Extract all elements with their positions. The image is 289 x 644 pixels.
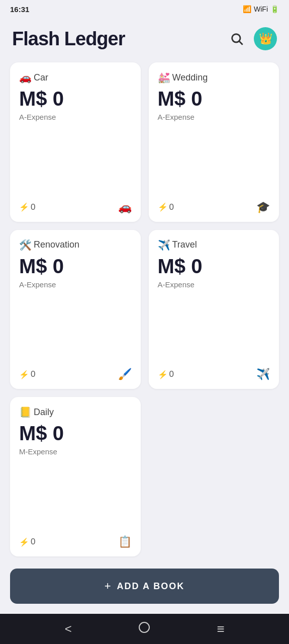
- wedding-footer-icon: 🎓: [256, 201, 270, 214]
- wedding-type: A-Expense: [158, 113, 270, 121]
- travel-footer-icon: ✈️: [256, 368, 270, 381]
- add-book-label: ADD A BOOK: [117, 581, 185, 592]
- wedding-footer: ⚡ 0 🎓: [158, 197, 270, 214]
- wifi-icon: WiFi: [254, 5, 268, 13]
- svg-point-0: [232, 34, 240, 42]
- daily-title: Daily: [34, 407, 54, 418]
- menu-button[interactable]: ≡: [208, 616, 233, 641]
- renovation-type: A-Expense: [19, 280, 132, 289]
- renovation-title: Renovation: [34, 239, 79, 250]
- wedding-emoji: 💒: [158, 71, 170, 84]
- wedding-amount: M$ 0: [158, 88, 270, 110]
- car-amount: M$ 0: [19, 88, 132, 110]
- card-travel[interactable]: ✈️ Travel M$ 0 A-Expense ⚡ 0 ✈️: [149, 230, 279, 389]
- flash-icon-travel: ⚡: [158, 370, 168, 379]
- crown-icon: 👑: [259, 32, 272, 45]
- card-title-row-renovation: 🛠️ Renovation: [19, 239, 132, 251]
- home-button[interactable]: [132, 616, 157, 641]
- avatar-button[interactable]: 👑: [254, 27, 277, 50]
- travel-title: Travel: [172, 239, 197, 250]
- wedding-flash-count: 0: [169, 202, 174, 212]
- car-title: Car: [34, 72, 48, 83]
- travel-amount: M$ 0: [158, 255, 270, 277]
- status-bar: 16:31 📶 WiFi 🔋: [0, 0, 289, 18]
- renovation-emoji: 🛠️: [19, 239, 32, 251]
- renovation-amount: M$ 0: [19, 255, 132, 277]
- travel-flash: ⚡ 0: [158, 369, 174, 379]
- travel-type: A-Expense: [158, 280, 270, 289]
- nav-bar: < ≡: [0, 614, 289, 644]
- car-footer-icon: 🚗: [118, 201, 132, 214]
- renovation-footer-icon: 🖌️: [118, 368, 132, 381]
- daily-emoji: 📒: [19, 406, 32, 418]
- add-book-button[interactable]: + ADD A BOOK: [10, 569, 279, 604]
- daily-type: M-Expense: [19, 447, 132, 456]
- status-time: 16:31: [10, 5, 29, 14]
- flash-icon-wedding: ⚡: [158, 202, 168, 212]
- renovation-flash-count: 0: [31, 369, 35, 379]
- svg-line-1: [239, 41, 242, 44]
- car-emoji: 🚗: [19, 71, 32, 84]
- flash-icon-renovation: ⚡: [19, 370, 29, 379]
- back-button[interactable]: <: [56, 616, 81, 641]
- renovation-footer: ⚡ 0 🖌️: [19, 364, 132, 381]
- daily-flash: ⚡ 0: [19, 537, 35, 547]
- add-book-section: + ADD A BOOK: [0, 560, 289, 614]
- menu-icon: ≡: [217, 621, 225, 637]
- wedding-title: Wedding: [172, 72, 208, 83]
- cards-grid: 🚗 Car M$ 0 A-Expense ⚡ 0 🚗 💒 Wedding M$ …: [0, 58, 289, 560]
- battery-icon: 🔋: [270, 5, 279, 13]
- daily-footer-icon: 📋: [118, 535, 132, 548]
- travel-footer: ⚡ 0 ✈️: [158, 364, 270, 381]
- status-icons: 📶 WiFi 🔋: [243, 5, 279, 13]
- card-title-row-travel: ✈️ Travel: [158, 239, 270, 251]
- card-title-row-car: 🚗 Car: [19, 71, 132, 84]
- card-wedding[interactable]: 💒 Wedding M$ 0 A-Expense ⚡ 0 🎓: [149, 62, 279, 222]
- header: Flash Ledger 👑: [0, 18, 289, 58]
- header-actions: 👑: [227, 27, 277, 50]
- car-footer: ⚡ 0 🚗: [19, 197, 132, 214]
- flash-icon-car: ⚡: [19, 202, 29, 212]
- search-icon: [230, 32, 244, 46]
- daily-footer: ⚡ 0 📋: [19, 531, 132, 548]
- wedding-flash: ⚡ 0: [158, 202, 174, 212]
- search-button[interactable]: [227, 29, 247, 49]
- flash-icon-daily: ⚡: [19, 537, 29, 547]
- plus-icon: +: [105, 580, 112, 593]
- car-flash: ⚡ 0: [19, 202, 35, 212]
- car-flash-count: 0: [31, 202, 35, 212]
- back-icon: <: [65, 622, 72, 636]
- car-type: A-Expense: [19, 113, 132, 121]
- app-title: Flash Ledger: [12, 28, 125, 50]
- card-daily[interactable]: 📒 Daily M$ 0 M-Expense ⚡ 0 📋: [10, 397, 141, 556]
- signal-icon: 📶: [243, 5, 251, 13]
- card-car[interactable]: 🚗 Car M$ 0 A-Expense ⚡ 0 🚗: [10, 62, 141, 222]
- travel-flash-count: 0: [169, 369, 174, 379]
- svg-point-2: [139, 622, 149, 632]
- daily-flash-count: 0: [31, 537, 35, 547]
- daily-amount: M$ 0: [19, 422, 132, 444]
- card-title-row-daily: 📒 Daily: [19, 406, 132, 418]
- home-icon: [138, 621, 150, 636]
- card-renovation[interactable]: 🛠️ Renovation M$ 0 A-Expense ⚡ 0 🖌️: [10, 230, 141, 389]
- travel-emoji: ✈️: [158, 239, 170, 251]
- card-title-row-wedding: 💒 Wedding: [158, 71, 270, 84]
- renovation-flash: ⚡ 0: [19, 369, 35, 379]
